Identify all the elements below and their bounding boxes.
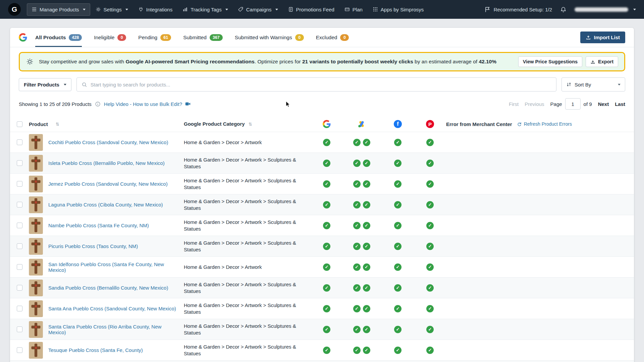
row-checkbox[interactable] — [17, 347, 22, 353]
tab-submitted[interactable]: Submitted 367 — [183, 28, 223, 47]
google-status: ✓ — [312, 305, 341, 312]
product-name-link[interactable]: Nambe Pueblo Cross (Santa Fe County, NM) — [48, 223, 149, 228]
pagination-first[interactable]: First — [509, 101, 519, 107]
nav-item-tracking-tags[interactable]: Tracking Tags — [178, 3, 233, 16]
filter-products-button[interactable]: Filter Products — [19, 78, 71, 91]
meta-row: Showing 1 to 25 of 209 Products Help Vid… — [19, 98, 625, 110]
approved-check-icon: ✓ — [394, 201, 401, 208]
nav-right-group: Recommended Setup: 1/2 — [484, 6, 636, 13]
app-logo[interactable]: G — [8, 3, 21, 16]
chevron-down-icon — [125, 9, 128, 10]
pagination-page-group: Page of 9 — [550, 98, 592, 110]
view-price-suggestions-button[interactable]: View Price Suggestions — [518, 56, 582, 67]
row-checkbox[interactable] — [17, 223, 22, 228]
showing-count-text: Showing 1 to 25 of 209 Products — [19, 101, 92, 107]
refresh-product-errors-link[interactable]: Refresh Product Errors — [517, 121, 572, 127]
product-name-link[interactable]: Picuris Pueblo Cross (Taos County, NM) — [48, 243, 138, 249]
product-name-link[interactable]: Santa Clara Pueblo Cross (Rio Arriba Cou… — [48, 324, 179, 335]
approved-check-icon: ✓ — [426, 326, 434, 333]
facebook-status: ✓ — [382, 263, 414, 271]
approved-check-icon: ✓ — [394, 284, 401, 292]
facebook-status: ✓ — [382, 222, 414, 229]
product-name-link[interactable]: Jemez Pueblo Cross (Sandoval County, New… — [48, 181, 168, 187]
pagination-previous[interactable]: Previous — [525, 101, 544, 107]
page-number-input[interactable] — [565, 98, 581, 110]
notifications-bell-icon[interactable] — [560, 6, 567, 13]
google-status: ✓ — [312, 326, 341, 333]
tab-all-products[interactable]: All Products 428 — [35, 28, 82, 47]
product-name-link[interactable]: Tesuque Pueblo Cross (Santa Fe, County) — [48, 347, 143, 353]
nav-item-plan[interactable]: Plan — [340, 3, 367, 16]
app-logo-letter: G — [12, 5, 17, 13]
help-video-link[interactable]: Help Video - How to use Bulk Edit? — [104, 101, 191, 107]
product-name-link[interactable]: Sandia Pueblo Cross (Bernalillo County, … — [48, 285, 168, 291]
bar-chart-icon — [182, 7, 188, 12]
row-checkbox[interactable] — [17, 139, 22, 145]
nav-item-promotions-feed[interactable]: Promotions Feed — [283, 3, 339, 16]
tab-label: Pending — [138, 35, 157, 41]
tab-excluded[interactable]: Excluded 0 — [316, 28, 349, 47]
tab-pending[interactable]: Pending 61 — [138, 28, 171, 47]
google-ads-status: ✓✓ — [341, 305, 382, 312]
nav-item-apps-by-simprosys[interactable]: Apps by Simprosys — [368, 3, 428, 16]
row-checkbox[interactable] — [17, 160, 22, 166]
recommended-setup-link[interactable]: Recommended Setup: 1/2 — [484, 6, 552, 13]
product-category: Home & Garden > Decor > Artwork > Sculpt… — [184, 240, 312, 253]
sort-arrows-icon: ⇅ — [56, 122, 59, 127]
info-icon[interactable] — [95, 101, 101, 107]
column-header-category[interactable]: Google Product Category ⇅ — [184, 121, 312, 127]
nav-item-integrations[interactable]: Integrations — [133, 3, 177, 16]
export-button[interactable]: Export — [586, 56, 618, 67]
nav-item-label: Tracking Tags — [191, 7, 222, 12]
approved-check-icon: ✓ — [363, 160, 370, 167]
pinterest-status: ✓ — [414, 201, 446, 208]
row-checkbox[interactable] — [17, 181, 22, 187]
nav-item-manage-products[interactable]: Manage Products — [27, 3, 90, 16]
column-header-product[interactable]: Product ⇅ — [29, 121, 184, 127]
apps-grid-icon — [373, 7, 378, 12]
nav-item-campaigns[interactable]: Campaigns — [233, 3, 283, 16]
row-checkbox[interactable] — [17, 285, 22, 291]
product-name-link[interactable]: Cochiti Pueblo Cross (Sandoval County, N… — [48, 139, 168, 145]
google-ads-status: ✓✓ — [341, 139, 382, 146]
product-name-link[interactable]: San Idelfonso Pueblo Cross (Santa Fe Cou… — [48, 261, 179, 273]
facebook-status: ✓ — [382, 160, 414, 167]
facebook-status: ✓ — [382, 139, 414, 146]
store-account-menu[interactable] — [575, 7, 636, 12]
product-thumbnail — [29, 342, 43, 359]
row-checkbox[interactable] — [17, 202, 22, 207]
approved-check-icon: ✓ — [323, 243, 330, 250]
google-ads-status: ✓✓ — [341, 347, 382, 354]
tab-label: Ineligible — [94, 35, 114, 41]
google-ads-status: ✓✓ — [341, 243, 382, 250]
search-input[interactable] — [91, 82, 551, 87]
import-list-button[interactable]: Import List — [580, 32, 626, 43]
chevron-down-icon — [64, 84, 66, 85]
pagination-last[interactable]: Last — [615, 101, 625, 107]
google-ads-status: ✓✓ — [341, 222, 382, 229]
nav-item-settings[interactable]: Settings — [91, 3, 133, 16]
column-header-error: Error from Merchant Center — [446, 121, 512, 127]
product-name-link[interactable]: Laguna Pueblo Cross (Cibola County, New … — [48, 202, 163, 207]
facebook-icon: f — [394, 120, 402, 128]
row-checkbox[interactable] — [17, 243, 22, 249]
table-row: Picuris Pueblo Cross (Taos County, NM) H… — [10, 236, 634, 256]
products-card: All Products 428 Ineligible 0 Pending 61… — [10, 28, 634, 362]
sort-by-dropdown[interactable]: Sort By — [561, 77, 625, 92]
google-status: ✓ — [312, 347, 341, 354]
tab-ineligible[interactable]: Ineligible 0 — [94, 28, 126, 47]
sort-by-label: Sort By — [575, 82, 591, 87]
approved-check-icon: ✓ — [363, 284, 370, 292]
pagination-next[interactable]: Next — [598, 101, 609, 107]
tab-label: Excluded — [316, 35, 337, 41]
product-name-link[interactable]: Isleta Pueblo Cross (Bernalillo Pueblo, … — [48, 160, 165, 166]
approved-check-icon: ✓ — [394, 326, 401, 333]
select-all-checkbox[interactable] — [17, 121, 22, 127]
approved-check-icon: ✓ — [394, 139, 401, 146]
row-checkbox[interactable] — [17, 326, 22, 332]
row-checkbox[interactable] — [17, 264, 22, 270]
google-ads-icon — [358, 120, 366, 128]
product-name-link[interactable]: Santa Ana Pueblo Cross (Sandoval County,… — [48, 306, 176, 311]
tab-submitted-with-warnings[interactable]: Submitted with Warnings 0 — [235, 28, 304, 47]
row-checkbox[interactable] — [17, 306, 22, 311]
